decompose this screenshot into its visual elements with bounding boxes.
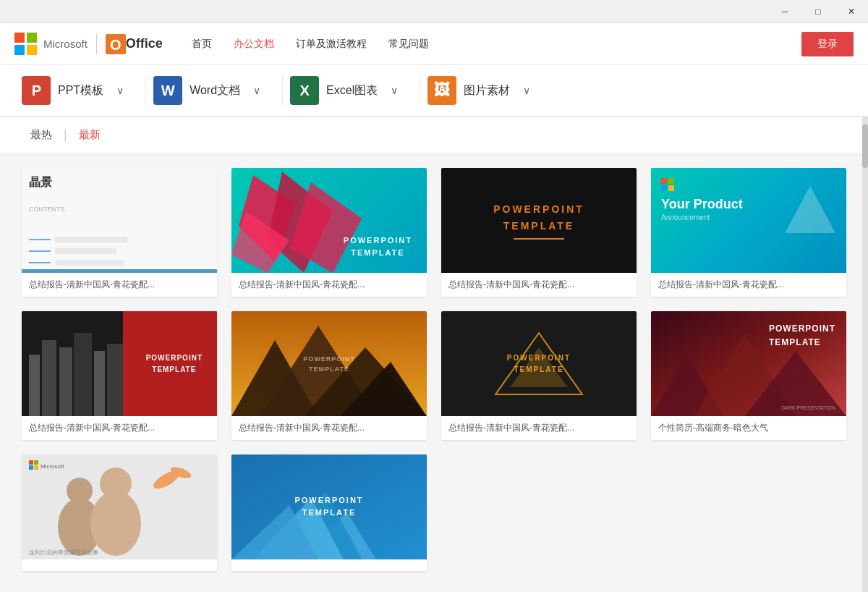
template-grid: 晶景 CONTENTS (22, 168, 846, 571)
category-excel[interactable]: X Excel图表 ∨ (282, 76, 420, 105)
template-card-7[interactable]: POWERPOINTTEMPLATE 总结报告-清新中国风-青花瓷配... (441, 311, 637, 440)
template-title-2: 总结报告-清新中国风-青花瓷配... (231, 273, 427, 297)
category-ppt[interactable]: P PPT模板 ∨ (14, 76, 145, 105)
nav-home[interactable]: 首页 (192, 38, 212, 51)
ppt-label: PPT模板 (58, 83, 103, 98)
template-title-7: 总结报告-清新中国风-青花瓷配... (441, 416, 637, 440)
ms-logo-yellow (27, 45, 37, 55)
template-card-1[interactable]: 晶景 CONTENTS (22, 168, 217, 297)
template-title-1: 总结报告-清新中国风-青花瓷配... (22, 273, 217, 297)
img-icon: 🖼 (427, 76, 456, 105)
word-arrow: ∨ (253, 85, 260, 96)
nav-faq[interactable]: 常见问题 (388, 38, 429, 51)
template-card-5[interactable]: POWERPOINTTEMPLATE 总结报告-清新中国风-青花瓷配... (22, 311, 217, 440)
img-label: 图片素材 (464, 83, 510, 98)
svg-text:O: O (110, 37, 122, 53)
logo-divider (96, 34, 97, 54)
svg-rect-34 (34, 460, 38, 465)
ms-logo-green (27, 33, 37, 43)
content-area: 晶景 CONTENTS (0, 153, 868, 592)
category-img[interactable]: 🖼 图片素材 ∨ (420, 76, 552, 105)
word-label: Word文档 (190, 83, 240, 98)
category-word[interactable]: W Word文档 ∨ (145, 76, 282, 105)
svg-text:Microsoft: Microsoft (41, 463, 64, 470)
microsoft-text: Microsoft (43, 38, 88, 50)
template-card-4[interactable]: Your Product Announcement 总结报告-清新中国风-青花瓷… (651, 168, 846, 297)
thumb-10: POWERPOINTTEMPLATE (231, 454, 427, 559)
svg-rect-35 (29, 465, 33, 470)
ms-logo-red (14, 33, 25, 43)
template-title-4: 总结报告-清新中国风-青花瓷配... (651, 273, 846, 297)
brand-name: Office (126, 36, 163, 51)
thumb-6: POWERPOINTTEMPLATE (231, 311, 427, 416)
thumb-5: POWERPOINTTEMPLATE (22, 311, 217, 416)
template-title-6: 总结报告-清新中国风-青花瓷配... (231, 416, 427, 440)
minimize-button[interactable]: ─ (768, 0, 801, 23)
maximize-button[interactable]: □ (801, 0, 835, 23)
svg-rect-9 (42, 340, 56, 416)
excel-label: Excel图表 (326, 83, 378, 98)
thumb-3: POWERPOINTTEMPLATE (441, 168, 637, 273)
ppt-icon: P (22, 76, 51, 105)
excel-arrow: ∨ (391, 85, 398, 96)
thumb-2: POWERPOINTTEMPLATE (231, 168, 427, 273)
microsoft-logo (14, 33, 38, 56)
img-arrow: ∨ (523, 85, 530, 96)
nav-docs[interactable]: 办公文档 (234, 38, 274, 51)
svg-rect-13 (107, 344, 123, 416)
svg-point-30 (90, 491, 141, 556)
template-title-5: 总结报告-清新中国风-青花瓷配... (22, 416, 217, 440)
thumb-7: POWERPOINTTEMPLATE (441, 311, 637, 416)
word-icon: W (153, 76, 182, 105)
thumb-4: Your Product Announcement (651, 168, 846, 273)
template-title-10 (231, 559, 427, 571)
nav-orders[interactable]: 订单及激活教程 (296, 38, 367, 51)
svg-rect-12 (94, 351, 105, 416)
template-card-3[interactable]: POWERPOINTTEMPLATE 总结报告-清新中国风-青花瓷配... (441, 168, 637, 297)
logo-area: Microsoft O Office (14, 33, 163, 56)
thumb-8: POWERPOINTTEMPLATE DARK PRESENTATION (651, 311, 846, 416)
template-title-9 (22, 559, 217, 568)
main-nav: 首页 办公文档 订单及激活教程 常见问题 (192, 38, 801, 51)
template-title-8: 个性简历-高端商务-暗色大气 (651, 416, 846, 440)
filter-hot[interactable]: 最热 (22, 128, 61, 142)
template-card-8[interactable]: POWERPOINTTEMPLATE DARK PRESENTATION 个性简… (651, 311, 846, 440)
title-bar: ─ □ ✕ (0, 0, 868, 23)
svg-rect-10 (59, 347, 72, 416)
category-bar: P PPT模板 ∨ W Word文档 ∨ X Excel图表 ∨ 🖼 图片素材 … (0, 65, 868, 117)
excel-icon: X (290, 76, 319, 105)
filter-new[interactable]: 最新 (70, 128, 109, 142)
svg-rect-8 (29, 355, 40, 416)
template-card-9[interactable]: Microsoft 这列出尼的尊贵赚管理故事 (22, 454, 217, 571)
template-card-6[interactable]: POWERPOINTTEMPLATE 总结报告-清新中国风-青花瓷配... (231, 311, 427, 440)
svg-marker-6 (785, 186, 835, 233)
svg-rect-33 (29, 460, 33, 465)
header: Microsoft O Office 首页 办公文档 订单及激活教程 常见问题 … (0, 23, 868, 65)
thumb-1: 晶景 CONTENTS (22, 168, 217, 273)
close-button[interactable]: ✕ (835, 0, 868, 23)
ppt-arrow: ∨ (116, 85, 124, 96)
scrollbar[interactable] (862, 117, 868, 592)
template-title-3: 总结报告-清新中国风-青花瓷配... (441, 273, 637, 297)
ms-logo-blue (14, 45, 25, 55)
svg-rect-11 (74, 333, 92, 416)
login-button[interactable]: 登录 (801, 32, 854, 56)
office-icon: O (106, 34, 126, 54)
filter-separator: | (64, 127, 67, 143)
scrollbar-thumb[interactable] (862, 124, 868, 168)
svg-text:这列出尼的尊贵赚管理故事: 这列出尼的尊贵赚管理故事 (29, 549, 98, 556)
filter-bar: 最热 | 最新 (0, 117, 868, 153)
svg-rect-36 (34, 465, 38, 470)
thumb-9: Microsoft 这列出尼的尊贵赚管理故事 (22, 454, 217, 559)
template-card-2[interactable]: POWERPOINTTEMPLATE 总结报告-清新中国风-青花瓷配... (231, 168, 427, 297)
template-card-10[interactable]: POWERPOINTTEMPLATE (231, 454, 427, 571)
